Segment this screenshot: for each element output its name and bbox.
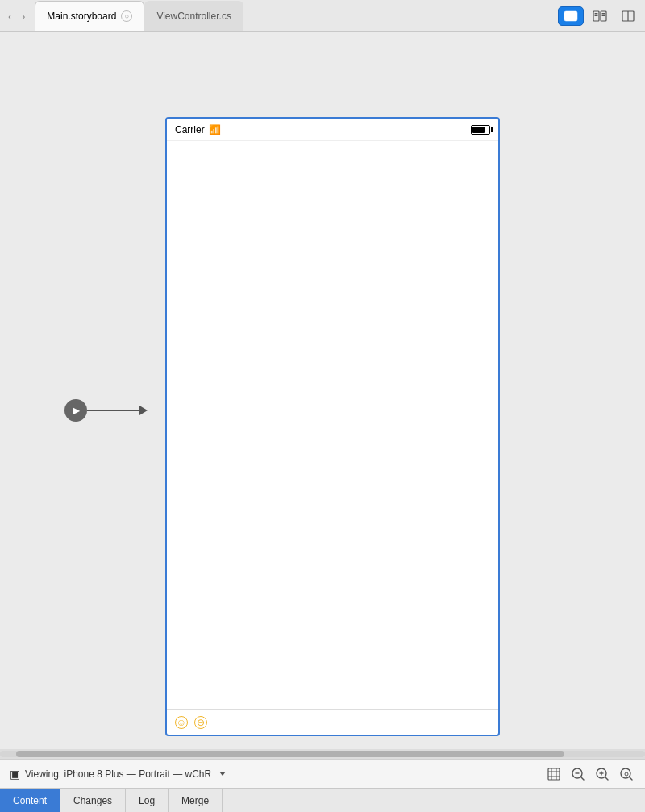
entry-point: ▶ xyxy=(64,399,148,422)
bottom-status-bar: ▣ Viewing: iPhone 8 Plus — Portrait — wC… xyxy=(0,759,645,788)
toolbar-right xyxy=(558,6,640,26)
horizontal-scrollbar[interactable] xyxy=(0,749,645,759)
zoom-in-button[interactable] xyxy=(593,765,611,783)
tab-log-label: Log xyxy=(139,795,155,806)
svg-line-26 xyxy=(630,777,632,780)
wifi-icon: 📶 xyxy=(209,124,221,135)
iphone-mockup[interactable]: Carrier 📶 ☺ ⊖ xyxy=(165,117,500,736)
tab-nav-buttons: ‹ › xyxy=(5,8,28,24)
arrow-line xyxy=(87,410,139,411)
status-left: Carrier 📶 xyxy=(175,124,221,135)
tab-merge-label: Merge xyxy=(181,795,209,806)
device-icon: ▣ xyxy=(10,768,20,781)
status-bar: Carrier 📶 xyxy=(167,119,498,141)
nav-forward-button[interactable]: › xyxy=(19,8,29,24)
tab-main-storyboard[interactable]: Main.storyboard ○ xyxy=(35,1,144,31)
device-dropdown-arrow[interactable] xyxy=(219,772,226,776)
svg-line-19 xyxy=(581,777,584,780)
tab-changes-label: Changes xyxy=(73,795,112,806)
zoom-out-button[interactable] xyxy=(569,765,587,783)
layout-button[interactable] xyxy=(616,6,640,26)
svg-point-24 xyxy=(621,768,630,778)
entry-circle-icon: ▶ xyxy=(64,399,87,422)
svg-rect-12 xyxy=(548,768,560,780)
battery-fill xyxy=(472,127,485,133)
svg-rect-3 xyxy=(566,18,572,19)
entry-arrow-icon: ▶ xyxy=(73,405,80,416)
view-content[interactable] xyxy=(167,141,498,709)
tab-merge[interactable]: Merge xyxy=(169,789,223,812)
scrollbar-thumb[interactable] xyxy=(16,751,564,757)
bottom-icon-2: ⊖ xyxy=(194,716,207,729)
svg-rect-9 xyxy=(602,15,605,16)
tab-log[interactable]: Log xyxy=(126,789,169,812)
entry-arrow xyxy=(87,406,148,415)
zoom-percent-button[interactable] xyxy=(618,765,635,783)
nav-back-button[interactable]: ‹ xyxy=(5,8,15,24)
tab-bar: ‹ › Main.storyboard ○ ViewController.cs xyxy=(0,0,645,32)
canvas-area[interactable]: ▶ Carrier 📶 xyxy=(0,32,645,749)
bottom-tabs: Content Changes Log Merge xyxy=(0,788,645,812)
tab-viewcontroller[interactable]: ViewController.cs xyxy=(144,1,243,31)
device-label: Viewing: iPhone 8 Plus — Portrait — wChR xyxy=(25,768,211,780)
storyboard-canvas[interactable]: ▶ Carrier 📶 xyxy=(0,32,645,749)
zoom-fit-button[interactable] xyxy=(545,765,563,783)
assistant-editor-button[interactable] xyxy=(587,6,613,26)
arrow-head xyxy=(139,406,148,415)
svg-rect-2 xyxy=(566,15,576,17)
tab-content[interactable]: Content xyxy=(0,789,60,812)
svg-rect-1 xyxy=(566,13,576,15)
zoom-controls xyxy=(545,765,635,783)
svg-rect-7 xyxy=(595,15,598,16)
tab-content-label: Content xyxy=(13,795,47,806)
tab-viewcontroller-label: ViewController.cs xyxy=(156,10,231,22)
svg-rect-6 xyxy=(595,13,598,15)
tab-changes[interactable]: Changes xyxy=(60,789,126,812)
bottom-icon-1: ☺ xyxy=(175,716,188,729)
standard-editor-button[interactable] xyxy=(558,6,584,26)
tab-main-storyboard-label: Main.storyboard xyxy=(47,10,116,22)
svg-point-25 xyxy=(625,772,628,776)
battery-icon xyxy=(471,125,490,135)
svg-line-23 xyxy=(605,777,608,780)
device-info: ▣ Viewing: iPhone 8 Plus — Portrait — wC… xyxy=(10,768,226,781)
iphone-bottom-bar: ☺ ⊖ xyxy=(167,709,498,735)
scrollbar-track xyxy=(0,751,645,757)
carrier-label: Carrier xyxy=(175,124,205,135)
svg-rect-8 xyxy=(602,13,605,15)
tab-main-storyboard-close[interactable]: ○ xyxy=(121,10,132,22)
